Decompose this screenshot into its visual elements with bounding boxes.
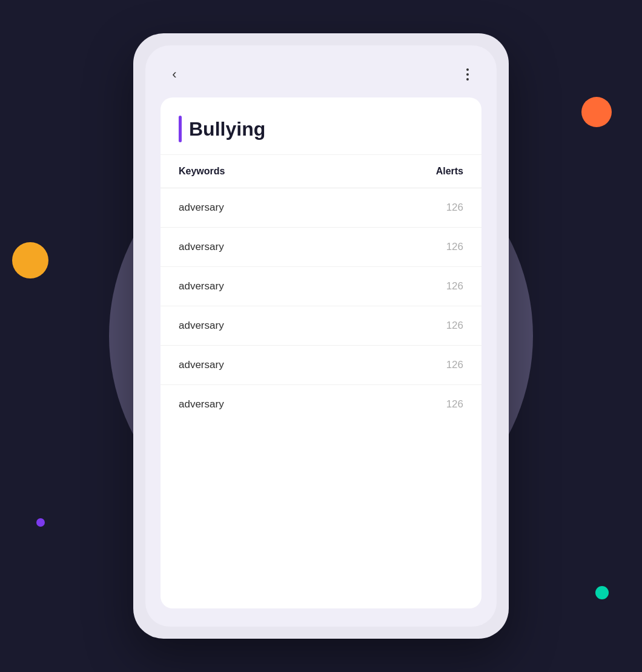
back-icon: ‹ bbox=[172, 67, 176, 82]
keyword-text: adversary bbox=[179, 241, 224, 253]
table-row[interactable]: adversary 126 bbox=[160, 306, 482, 346]
top-bar: ‹ bbox=[160, 64, 482, 85]
more-menu-button[interactable] bbox=[457, 64, 478, 85]
more-dot-3 bbox=[466, 78, 469, 81]
content-card: Bullying Keywords Alerts adversary 126 a… bbox=[160, 97, 482, 608]
orange-dot bbox=[581, 97, 612, 127]
more-dot-2 bbox=[466, 73, 469, 76]
keyword-text: adversary bbox=[179, 398, 224, 410]
teal-dot bbox=[595, 586, 609, 599]
keyword-text: adversary bbox=[179, 359, 224, 371]
keywords-table: adversary 126 adversary 126 adversary 12… bbox=[160, 188, 482, 608]
alert-count: 126 bbox=[446, 359, 463, 371]
page-title: Bullying bbox=[189, 118, 265, 140]
alert-count: 126 bbox=[446, 280, 463, 292]
purple-dot bbox=[36, 518, 45, 527]
keyword-text: adversary bbox=[179, 280, 224, 292]
table-row[interactable]: adversary 126 bbox=[160, 267, 482, 306]
table-row[interactable]: adversary 126 bbox=[160, 385, 482, 424]
accent-bar bbox=[179, 116, 182, 142]
back-button[interactable]: ‹ bbox=[164, 64, 185, 85]
alert-count: 126 bbox=[446, 398, 463, 410]
yellow-dot bbox=[12, 242, 48, 278]
keyword-text: adversary bbox=[179, 202, 224, 214]
keyword-text: adversary bbox=[179, 320, 224, 332]
alert-count: 126 bbox=[446, 320, 463, 332]
keywords-column-header: Keywords bbox=[179, 166, 225, 177]
table-row[interactable]: adversary 126 bbox=[160, 228, 482, 267]
table-row[interactable]: adversary 126 bbox=[160, 188, 482, 228]
table-header: Keywords Alerts bbox=[160, 155, 482, 188]
alert-count: 126 bbox=[446, 241, 463, 253]
more-dot-1 bbox=[466, 68, 469, 71]
phone-frame: ‹ Bullying Keywords Alerts bbox=[133, 33, 509, 639]
phone-screen: ‹ Bullying Keywords Alerts bbox=[145, 45, 497, 627]
table-row[interactable]: adversary 126 bbox=[160, 346, 482, 385]
card-header: Bullying bbox=[160, 97, 482, 155]
alerts-column-header: Alerts bbox=[436, 166, 463, 177]
alert-count: 126 bbox=[446, 202, 463, 214]
